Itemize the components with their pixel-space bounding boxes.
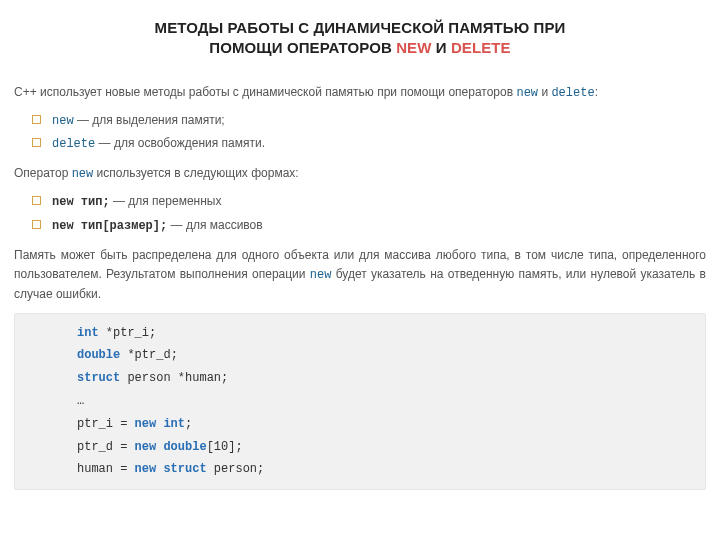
code-line: struct person *human; (77, 367, 685, 390)
code-post: person; (207, 462, 265, 476)
lead-op-delete: delete (551, 86, 594, 100)
bullet-list-1: new — для выделения памяти; delete — для… (10, 109, 710, 157)
code-pre: ptr_d = (77, 440, 135, 454)
code-post: ; (185, 417, 192, 431)
code-new: new (135, 440, 157, 454)
code-line: … (77, 390, 685, 413)
lead-pre: С++ использует новые методы работы с дин… (14, 85, 516, 99)
para3-op-new: new (310, 268, 332, 282)
para-post: используется в следующих формах: (93, 166, 298, 180)
list-item: new — для выделения памяти; (32, 109, 710, 133)
code-kw: int (77, 326, 99, 340)
code-line: double *ptr_d; (77, 344, 685, 367)
code-kw: double (163, 440, 206, 454)
code-new: new (135, 417, 157, 431)
code-new: new (135, 462, 157, 476)
list-item: delete — для освобождения памяти. (32, 132, 710, 156)
paragraph-forms: Оператор new используется в следующих фо… (14, 164, 706, 184)
title-line2-pre: ПОМОЩИ ОПЕРАТОРОВ (209, 39, 396, 56)
code-block: int *ptr_i; double *ptr_d; struct person… (14, 313, 706, 491)
bullet-text: — для переменных (110, 194, 222, 208)
bullet-bold: new тип; (52, 195, 110, 209)
title-mid: И (431, 39, 450, 56)
bullet-list-2: new тип; — для переменных new тип[размер… (10, 190, 710, 238)
lead-op-new: new (516, 86, 538, 100)
code-kw: struct (77, 371, 120, 385)
list-item: new тип[размер]; — для массивов (32, 214, 710, 238)
paragraph-explain: Память может быть распределена для одног… (14, 246, 706, 305)
document-page: МЕТОДЫ РАБОТЫ С ДИНАМИЧЕСКОЙ ПАМЯТЬЮ ПРИ… (0, 0, 720, 504)
code-pre: ptr_i = (77, 417, 135, 431)
bullet-text: — для выделения памяти; (74, 113, 225, 127)
code-line: human = new struct person; (77, 458, 685, 481)
code-line: int *ptr_i; (77, 322, 685, 345)
para-op-new: new (72, 167, 94, 181)
bullet-code: delete (52, 137, 95, 151)
lead-mid: и (538, 85, 551, 99)
page-title: МЕТОДЫ РАБОТЫ С ДИНАМИЧЕСКОЙ ПАМЯТЬЮ ПРИ… (50, 18, 670, 59)
bullet-text: — для массивов (167, 218, 262, 232)
bullet-bold: new тип[размер]; (52, 219, 167, 233)
code-rest: *ptr_d; (120, 348, 178, 362)
code-ellipsis: … (77, 394, 84, 408)
code-rest: person *human; (120, 371, 228, 385)
title-keyword-new: NEW (396, 39, 431, 56)
lead-paragraph: С++ использует новые методы работы с дин… (14, 83, 706, 103)
code-line: ptr_i = new int; (77, 413, 685, 436)
title-keyword-delete: DELETE (451, 39, 511, 56)
para-pre: Оператор (14, 166, 72, 180)
list-item: new тип; — для переменных (32, 190, 710, 214)
code-kw: int (163, 417, 185, 431)
bullet-code: new (52, 114, 74, 128)
bullet-text: — для освобождения памяти. (95, 136, 265, 150)
code-rest: *ptr_i; (99, 326, 157, 340)
code-kw: struct (163, 462, 206, 476)
code-pre: human = (77, 462, 135, 476)
code-kw: double (77, 348, 120, 362)
code-line: ptr_d = new double[10]; (77, 436, 685, 459)
title-line1: МЕТОДЫ РАБОТЫ С ДИНАМИЧЕСКОЙ ПАМЯТЬЮ ПРИ (155, 19, 566, 36)
lead-post: : (595, 85, 598, 99)
code-post: [10]; (207, 440, 243, 454)
